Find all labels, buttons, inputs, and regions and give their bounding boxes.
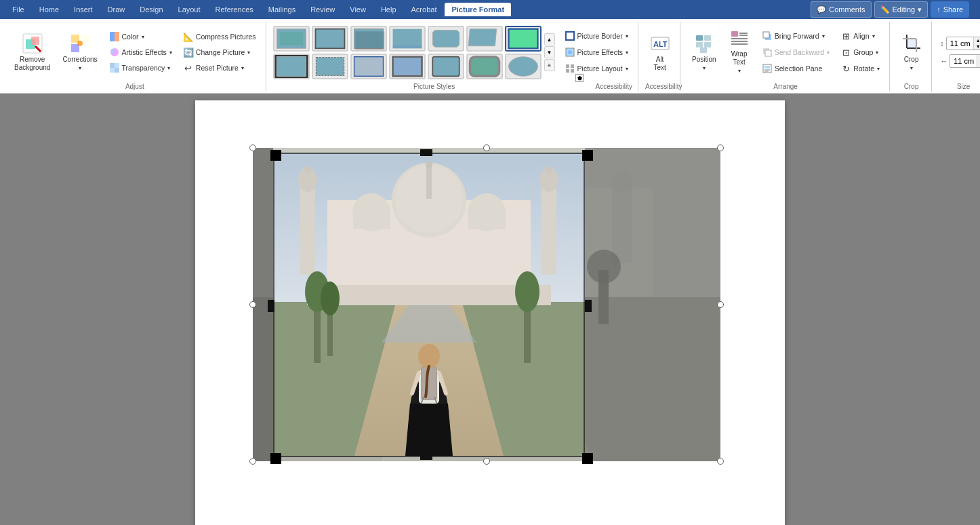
handle-outer-bottom[interactable]: [483, 458, 490, 465]
rotate-icon: ↻: [840, 63, 851, 74]
accessibility-group: ALT AltText Accessibility: [640, 22, 680, 92]
crop-handle-br[interactable]: [582, 453, 593, 464]
crop-content: Crop ▾: [896, 23, 927, 81]
style-9[interactable]: [312, 54, 348, 79]
gallery-scroll-up[interactable]: ▲: [544, 33, 555, 45]
crop-handle-right-mid[interactable]: [585, 300, 592, 312]
picture-layout-button[interactable]: Picture Layout ▾: [560, 61, 633, 76]
selection-pane-button[interactable]: Selection Pane: [758, 61, 834, 76]
share-button[interactable]: ↑ Share: [931, 1, 969, 18]
position-button[interactable]: Position ▾: [687, 26, 721, 78]
rotate-button[interactable]: ↻ Rotate ▾: [836, 61, 884, 76]
style-6[interactable]: [466, 26, 503, 52]
svg-rect-48: [731, 31, 738, 37]
size-content: ↕ ▲ ▼ ↔ ▲: [940, 23, 980, 81]
alt-text-button[interactable]: ALT AltText: [645, 26, 676, 78]
gallery-scroll-down[interactable]: ▼: [544, 46, 555, 58]
transparency-button[interactable]: Transparency ▾: [105, 60, 176, 75]
svg-rect-9: [110, 32, 115, 41]
group-button[interactable]: ⊡ Group ▾: [836, 45, 884, 60]
handle-outer-tr[interactable]: [717, 144, 724, 151]
align-button[interactable]: ⊞ Align ▾: [836, 28, 884, 43]
crop-handle-top-mid[interactable]: [420, 149, 432, 156]
picture-border-button[interactable]: Picture Border ▾: [560, 28, 633, 43]
taj-mahal-svg: [273, 153, 585, 456]
width-spin-down[interactable]: ▼: [977, 61, 980, 67]
style-5[interactable]: [428, 26, 464, 52]
compress-label: Compress Pictures: [196, 33, 256, 41]
handle-outer-bl[interactable]: [249, 458, 256, 465]
tab-layout[interactable]: Layout: [171, 3, 207, 16]
svg-rect-25: [508, 28, 537, 48]
crop-button[interactable]: Crop ▾: [896, 26, 927, 78]
effects-arrow: ▾: [626, 50, 628, 56]
height-spin-down[interactable]: ▼: [973, 43, 980, 50]
style-12[interactable]: [428, 54, 464, 79]
style-3[interactable]: [350, 26, 387, 52]
tab-view[interactable]: View: [343, 3, 373, 16]
height-spin-up[interactable]: ▲: [973, 37, 980, 43]
picture-effects-button[interactable]: Picture Effects ▾: [560, 45, 633, 60]
artistic-effects-button[interactable]: Artistic Effects ▾: [105, 45, 176, 60]
remove-background-button[interactable]: RemoveBackground: [9, 26, 55, 78]
crop-handle-bl[interactable]: [270, 453, 281, 464]
handle-outer-right[interactable]: [717, 301, 724, 308]
handle-outer-br[interactable]: [717, 458, 724, 465]
send-backward-label: Send Backward: [775, 48, 825, 56]
svg-rect-23: [432, 30, 459, 47]
style-1[interactable]: [273, 26, 310, 52]
style-13[interactable]: [466, 54, 503, 79]
bring-forward-button[interactable]: Bring Forward ▾: [758, 28, 834, 43]
crop-handle-bottom-mid[interactable]: [420, 453, 432, 460]
gallery-more[interactable]: ≡: [544, 59, 555, 71]
style-11[interactable]: [389, 54, 426, 79]
color-button[interactable]: Color ▾: [105, 29, 176, 44]
editing-dropdown-arrow: ▾: [918, 5, 922, 14]
reset-picture-button[interactable]: ↩ Reset Picture ▾: [179, 60, 260, 75]
handle-outer-left[interactable]: [249, 301, 256, 308]
style-14[interactable]: [505, 54, 542, 79]
tab-mailings[interactable]: Mailings: [262, 3, 302, 16]
comments-button[interactable]: 💬 Comments: [811, 1, 871, 18]
style-8[interactable]: [273, 54, 310, 79]
tab-review[interactable]: Review: [304, 3, 342, 16]
tab-design[interactable]: Design: [133, 3, 169, 16]
width-input[interactable]: [950, 54, 980, 68]
svg-rect-2: [31, 37, 39, 45]
tab-draw[interactable]: Draw: [101, 3, 132, 16]
change-picture-button[interactable]: 🔄 Change Picture ▾: [179, 45, 260, 60]
width-row: ↔ ▲ ▼: [940, 54, 980, 68]
corrections-button[interactable]: Corrections ▾: [58, 26, 102, 78]
tab-references[interactable]: References: [209, 3, 260, 16]
style-7-active[interactable]: [505, 26, 542, 52]
tab-acrobat[interactable]: Acrobat: [405, 3, 444, 16]
handle-outer-tl[interactable]: [249, 144, 256, 151]
image-container[interactable]: [253, 148, 720, 461]
svg-rect-31: [432, 56, 459, 76]
style-2[interactable]: [312, 26, 348, 52]
tab-insert[interactable]: Insert: [67, 3, 100, 16]
handle-outer-top[interactable]: [483, 144, 490, 151]
styles-expand-button[interactable]: ⬟: [575, 74, 584, 82]
svg-point-99: [546, 166, 552, 173]
tab-file[interactable]: File: [5, 3, 31, 16]
tab-home[interactable]: Home: [33, 3, 66, 16]
tab-help[interactable]: Help: [374, 3, 403, 16]
editing-button[interactable]: ✏️ Editing ▾: [874, 1, 928, 18]
selection-pane-icon: [762, 63, 773, 74]
height-icon: ↕: [940, 39, 944, 47]
crop-handle-tl[interactable]: [270, 150, 281, 161]
style-10[interactable]: [350, 54, 387, 79]
share-label: Share: [943, 5, 963, 14]
style-4[interactable]: [389, 26, 426, 52]
compress-button[interactable]: 📐 Compress Pictures: [179, 29, 260, 44]
crop-handle-tr[interactable]: [582, 150, 593, 161]
adjust-group-content: RemoveBackground Corrections: [9, 23, 260, 81]
wrap-text-button[interactable]: WrapText ▾: [724, 26, 755, 78]
send-backward-button[interactable]: Send Backward ▾: [758, 45, 834, 60]
tab-picture-format[interactable]: Picture Format: [445, 3, 511, 16]
width-spin-up[interactable]: ▲: [977, 55, 980, 61]
comment-icon: 💬: [817, 5, 826, 14]
remove-bg-icon: [22, 33, 43, 54]
crop-handle-left-mid[interactable]: [268, 300, 274, 312]
